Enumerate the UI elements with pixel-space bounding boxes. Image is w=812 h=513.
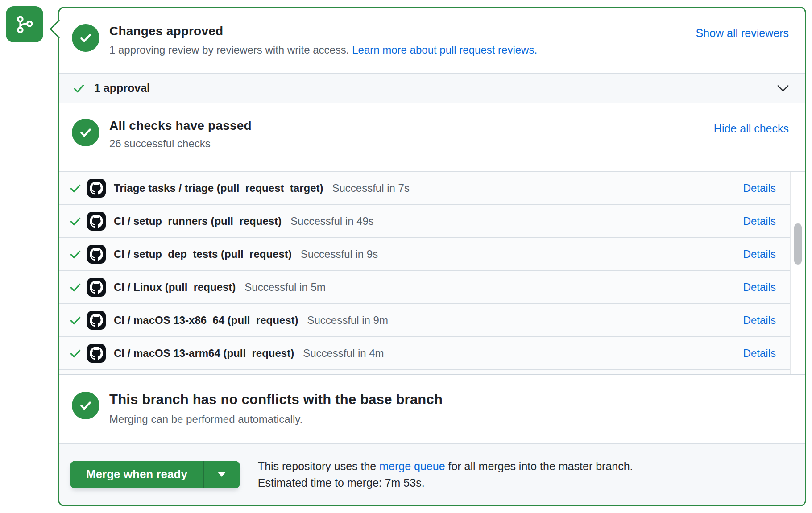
check-row: CI / setup_runners (pull_request) Succes… (59, 205, 790, 238)
checks-title: All checks have passed (109, 119, 252, 133)
chevron-down-icon[interactable] (776, 84, 790, 93)
check-name: CI / macOS 13-arm64 (pull_request) (114, 347, 294, 360)
conflicts-title: This branch has no conflicts with the ba… (109, 392, 443, 408)
check-icon (69, 314, 83, 327)
check-row: CI / macOS 13-arm64 (pull_request) Succe… (59, 337, 790, 370)
check-icon (69, 248, 83, 261)
git-branch-icon (13, 13, 36, 36)
github-actions-avatar (87, 278, 106, 297)
checks-subtitle: 26 successful checks (109, 137, 252, 150)
check-status: Successful in 9s (301, 248, 378, 261)
merge-queue-note-line2: Estimated time to merge: 7m 53s. (258, 475, 633, 491)
merge-queue-note: This repository uses the merge queue for… (258, 458, 633, 491)
github-actions-avatar (87, 179, 106, 198)
check-circle-icon (72, 24, 99, 52)
check-name: CI / setup_dep_tests (pull_request) (114, 248, 292, 261)
conflicts-status-text: This branch has no conflicts with the ba… (109, 392, 443, 443)
check-row: CI / Linux (pull_request) Successful in … (59, 271, 790, 304)
check-name: CI / Linux (pull_request) (114, 281, 236, 294)
pr-timeline-merge-badge (6, 6, 43, 42)
check-icon (69, 215, 83, 228)
dropdown-caret-icon (218, 472, 226, 477)
details-link[interactable]: Details (743, 248, 776, 261)
conflicts-status-section: This branch has no conflicts with the ba… (59, 375, 805, 443)
review-status-section: Changes approved 1 approving review by r… (59, 8, 805, 73)
details-link[interactable]: Details (743, 347, 776, 360)
check-status: Successful in 4m (303, 347, 384, 360)
learn-more-link[interactable]: Learn more about pull request reviews. (352, 44, 537, 56)
check-row: CI / macOS 13-x86_64 (pull_request) Succ… (59, 304, 790, 337)
check-name: CI / macOS 13-x86_64 (pull_request) (114, 314, 298, 327)
check-icon (69, 182, 83, 194)
check-icon (69, 281, 83, 294)
check-status: Successful in 9m (307, 314, 388, 327)
merge-queue-link[interactable]: merge queue (379, 460, 445, 472)
check-circle-icon (72, 392, 99, 419)
details-link[interactable]: Details (743, 281, 776, 294)
details-link[interactable]: Details (743, 314, 776, 327)
github-actions-avatar (87, 344, 106, 363)
checks-list: Triage tasks / triage (pull_request_targ… (59, 171, 805, 375)
show-all-reviewers-link[interactable]: Show all reviewers (696, 27, 789, 40)
check-row: CI / setup_dep_tests (pull_request) Succ… (59, 238, 790, 271)
conflicts-subtitle: Merging can be performed automatically. (109, 413, 443, 426)
check-icon (73, 82, 85, 95)
details-link[interactable]: Details (743, 182, 776, 194)
scrollbar-thumb[interactable] (794, 223, 802, 265)
check-row-partial (59, 370, 790, 374)
details-link[interactable]: Details (743, 215, 776, 228)
checks-scroll-viewport[interactable]: Triage tasks / triage (pull_request_targ… (59, 172, 791, 374)
merge-action-bar: Merge when ready This repository uses th… (59, 443, 805, 505)
check-status: Successful in 7s (332, 182, 410, 194)
merge-options-dropdown-button[interactable] (203, 461, 240, 488)
check-name: Triage tasks / triage (pull_request_targ… (114, 182, 323, 194)
check-row: Triage tasks / triage (pull_request_targ… (59, 172, 790, 205)
check-status: Successful in 5m (244, 281, 325, 294)
check-circle-icon (72, 119, 99, 146)
merge-when-ready-button[interactable]: Merge when ready (70, 461, 203, 488)
checks-status-section: All checks have passed 26 successful che… (59, 103, 805, 171)
merge-queue-note-line1: This repository uses the merge queue for… (258, 458, 633, 475)
approval-summary-label: 1 approval (94, 82, 150, 95)
github-actions-avatar (87, 311, 106, 330)
review-description: 1 approving review by reviewers with wri… (109, 44, 537, 56)
github-actions-avatar (87, 212, 106, 231)
merge-status-card: Changes approved 1 approving review by r… (58, 7, 806, 506)
merge-when-ready-split-button: Merge when ready (70, 461, 240, 488)
checks-status-text: All checks have passed 26 successful che… (109, 119, 252, 171)
github-actions-avatar (87, 245, 106, 264)
review-title: Changes approved (109, 24, 537, 38)
check-status: Successful in 49s (290, 215, 374, 228)
check-icon (69, 347, 83, 360)
hide-all-checks-link[interactable]: Hide all checks (714, 122, 789, 135)
check-name: CI / setup_runners (pull_request) (114, 215, 282, 228)
review-status-text: Changes approved 1 approving review by r… (109, 24, 537, 73)
approval-summary-bar[interactable]: 1 approval (59, 73, 805, 103)
